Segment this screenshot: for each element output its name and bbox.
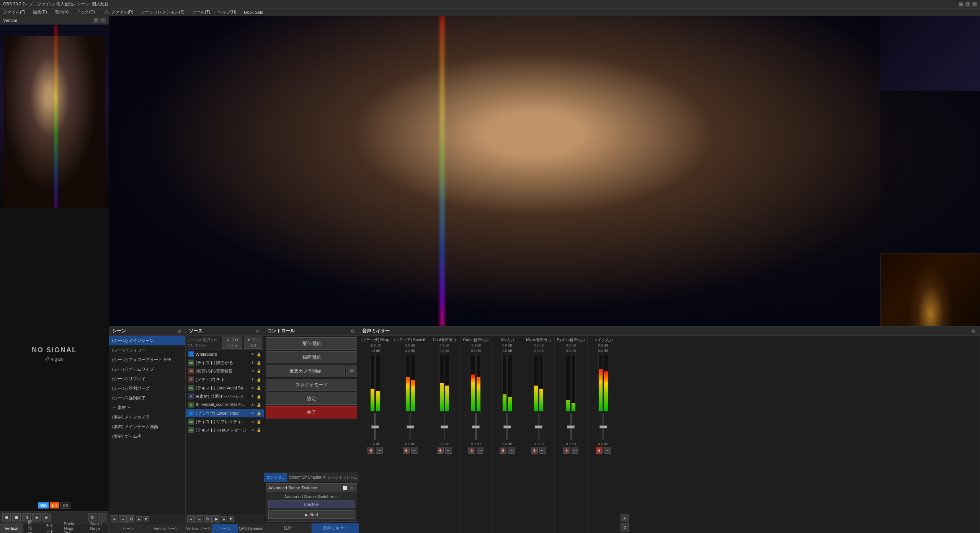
scene-settings-icon[interactable]: ⚙: [176, 328, 182, 334]
source-item-subtitles[interactable]: ab (テキスト) LocalVocal Subtitles 👁 🔒: [186, 384, 264, 392]
channel-mix-fader[interactable]: [506, 412, 508, 442]
channel-chat-more-button[interactable]: ⋯: [445, 447, 452, 454]
source-settings-button[interactable]: ⚙: [204, 515, 212, 523]
source-item-text1[interactable]: ab (テキスト) 際曲がる 👁 🔒: [186, 358, 264, 367]
source-move-down-button[interactable]: ▼: [228, 516, 234, 522]
scene-remove-button[interactable]: −: [119, 515, 127, 523]
audio-mixer-settings-icon[interactable]: ⚙: [970, 328, 977, 334]
tab-vertical-scene[interactable]: Vertical シーン: [147, 524, 185, 533]
scene-item-replay[interactable]: (シーン) リプレイ: [109, 374, 185, 384]
menu-help[interactable]: ヘルプ(H): [216, 8, 238, 16]
channel-game-more-button[interactable]: ⋯: [477, 447, 483, 454]
channel-mix-more-button[interactable]: ⋯: [508, 447, 515, 454]
channel-mic-more-button[interactable]: ⋯: [604, 447, 611, 454]
next-button[interactable]: ⏭: [42, 513, 51, 522]
scene-item-main-camera[interactable]: (素材) メインカメラ: [109, 412, 185, 422]
left-panel-close-button[interactable]: ×: [100, 18, 106, 23]
audio-mixer-button[interactable]: 音声ミキサー: [312, 523, 359, 533]
exit-button[interactable]: 終了: [266, 406, 357, 419]
audio-settings-button[interactable]: ⚙: [621, 523, 629, 531]
scene-move-down-button[interactable]: ▼: [143, 516, 149, 522]
source-lock-overlay-icon[interactable]: 🔒: [256, 394, 261, 399]
source-add-button[interactable]: +: [187, 515, 195, 523]
menu-profile[interactable]: プロファイル(P): [101, 8, 135, 16]
channel-mic-mute-button[interactable]: 🔇: [596, 447, 603, 454]
channel-mic-fader[interactable]: [603, 412, 604, 442]
source-visible-heat-icon[interactable]: ✕: [250, 427, 255, 433]
start-stream-button[interactable]: 配信開始: [266, 337, 357, 350]
source-settings-icon[interactable]: ⚙: [255, 328, 261, 334]
scene-item-victory[interactable]: (シーン) 勝利ポーズ: [109, 384, 185, 393]
tab-social-ninja-2[interactable]: Social Ninja ...: [85, 523, 109, 533]
fader-handle-music[interactable]: [535, 425, 542, 428]
source-item-image1[interactable]: 🖼 (画面) SF6電撃背景 ✕ 🔒: [186, 367, 264, 375]
stop-button[interactable]: ⏹: [12, 513, 21, 522]
source-item-twitchat[interactable]: ⚙ ⚙ Twitchat_counter 本日のハートクリック数で 👁 🔒: [186, 401, 264, 409]
scene-item-game-frame[interactable]: (素材) ゲーム枠: [109, 432, 185, 441]
source-visible-overlay-icon[interactable]: 👁: [250, 394, 255, 399]
source-remove-button[interactable]: −: [196, 515, 203, 523]
source-lock-heat-icon[interactable]: 🔒: [256, 427, 261, 433]
channel-system-more-button[interactable]: ⋯: [572, 447, 578, 454]
properties-button[interactable]: ⚙ プロパティ: [222, 337, 242, 349]
left-panel-settings-button[interactable]: ⚙: [93, 18, 99, 23]
source-item-heat[interactable]: ab (テキスト) Heatメッセージ ✕ 🔒: [186, 426, 264, 434]
control-tab-active[interactable]: コントロ...: [264, 473, 287, 482]
source-lock-sub-icon[interactable]: 🔒: [256, 385, 261, 391]
scene-item-main-game[interactable]: (素材) メインゲーム画面: [109, 422, 185, 432]
channel-music-fader[interactable]: [538, 412, 539, 442]
channel-media-more-button[interactable]: ⋯: [411, 447, 418, 454]
source-visible-media-icon[interactable]: 👁: [250, 377, 255, 382]
source-lock-1-icon[interactable]: 🔒: [256, 360, 261, 365]
source-lock-media-icon[interactable]: 🔒: [256, 377, 261, 382]
stats-button[interactable]: 統計: [264, 523, 312, 533]
audio-add-button[interactable]: +: [621, 514, 629, 522]
fader-handle-system[interactable]: [567, 425, 575, 428]
filter-button[interactable]: ▼ フィルタ: [244, 337, 262, 349]
source-lock-img1-icon[interactable]: 🔒: [256, 368, 261, 374]
channel-system-fader[interactable]: [570, 412, 572, 442]
menu-file[interactable]: ファイル(F): [2, 8, 27, 16]
tab-social-ninja-1[interactable]: Social Ninja Twi...: [59, 523, 86, 533]
tab-vertical[interactable]: Vertical: [0, 523, 23, 533]
source-item-lower-third[interactable]: 🌐 (ブラウザ) Lower Third 👁 🔒: [186, 409, 264, 417]
source-visible-1-icon[interactable]: 👁: [250, 360, 255, 365]
scene-item-follow-alert[interactable]: (シーン) フォローアラート SF6: [109, 355, 185, 365]
menu-dock[interactable]: ドック(D): [75, 8, 96, 16]
source-visible-twitchat-icon[interactable]: 👁: [250, 402, 255, 407]
menu-edit[interactable]: 編集(E): [31, 8, 49, 16]
maximize-button[interactable]: □: [965, 2, 970, 7]
settings-button[interactable]: ⚙: [88, 513, 96, 522]
channel-chat-mute-button[interactable]: 🔇: [437, 447, 444, 454]
advanced-switcher-expand-icon[interactable]: ⬜: [342, 485, 348, 490]
fader-handle-chat[interactable]: [441, 425, 448, 428]
advanced-switcher-close-icon[interactable]: ×: [349, 485, 354, 490]
source-visible-img1-icon[interactable]: ✕: [250, 368, 255, 374]
channel-system-mute-button[interactable]: 🔇: [563, 447, 570, 454]
scene-item-game-wipe[interactable]: (シーン) ゲームワイプ: [109, 365, 185, 374]
source-visible-replay-icon[interactable]: ✕: [250, 419, 255, 424]
channel-mix-mute-button[interactable]: 🔇: [500, 447, 506, 454]
start-recording-button[interactable]: 録画開始: [266, 351, 357, 363]
fader-handle-media[interactable]: [407, 425, 414, 428]
scene-list[interactable]: (シーン) メインシーン (シーン) フォロー (シーン) フォローアラート S…: [109, 336, 185, 514]
channel-music-more-button[interactable]: ⋯: [539, 447, 546, 454]
source-lock-replay-icon[interactable]: 🔒: [256, 419, 261, 424]
menu-tools[interactable]: ツール(T): [191, 8, 212, 16]
fader-handle-game[interactable]: [472, 425, 480, 428]
scene-add-button[interactable]: +: [111, 515, 118, 523]
source-visible-icon[interactable]: 👁: [250, 352, 255, 357]
source-item-whiteboard[interactable]: 🌐 Whiteboard 👁 🔒: [186, 350, 264, 358]
scene-settings-button[interactable]: ⚙: [127, 515, 135, 523]
source-list[interactable]: 🌐 Whiteboard 👁 🔒 ab (テキスト) 際曲がる 👁 🔒: [186, 350, 264, 514]
channel-media-mute-button[interactable]: 🔇: [403, 447, 410, 454]
start-virtual-camera-button[interactable]: 仮想カメラ開始: [266, 365, 345, 377]
settings-main-button[interactable]: 設定: [266, 392, 357, 405]
source-visible-lower-icon[interactable]: 👁: [250, 410, 255, 416]
channel-music-mute-button[interactable]: 🔇: [531, 447, 538, 454]
control-tab-transition[interactable]: シーントランジ...: [326, 473, 359, 482]
tab-broadcast[interactable]: 配信情...: [23, 523, 41, 533]
channel-media-fader[interactable]: [410, 412, 411, 442]
studio-mode-button[interactable]: スタジオモード: [266, 379, 357, 391]
source-visible-toggle[interactable]: ▶: [212, 515, 220, 523]
